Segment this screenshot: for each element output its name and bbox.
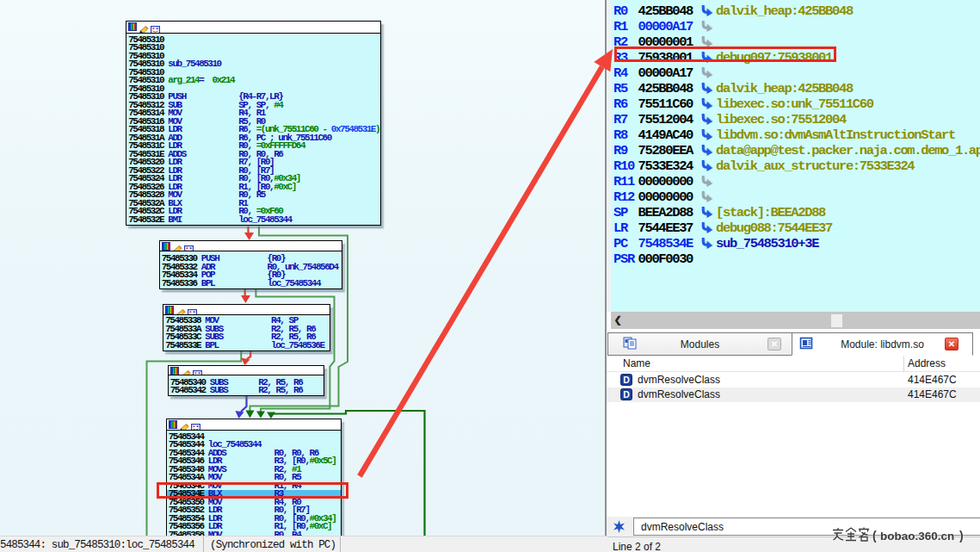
svg-text:): ) [959, 529, 964, 543]
svg-text:bobao.360.cn: bobao.360.cn [880, 530, 954, 543]
svg-text:D: D [623, 375, 630, 385]
svg-text:(: ( [872, 529, 877, 543]
svg-text:D: D [623, 389, 630, 400]
